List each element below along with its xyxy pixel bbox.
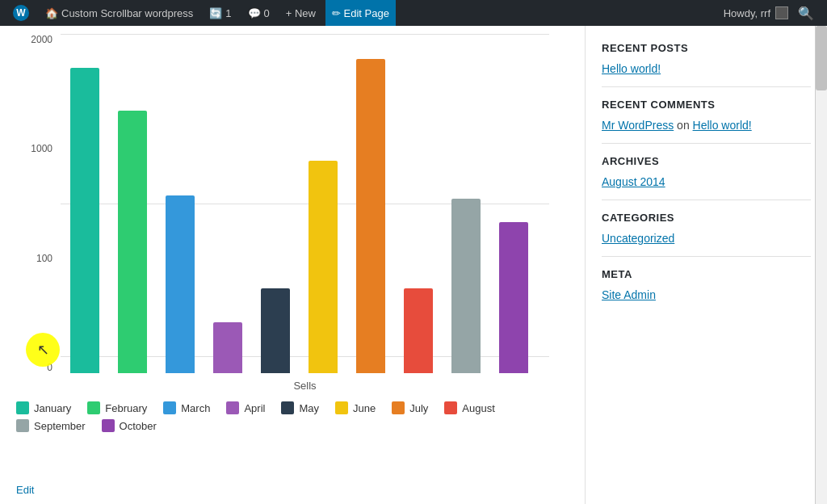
legend-label-may: May [299, 402, 319, 414]
bar-group-september [442, 34, 489, 373]
categories-title: CATEGORIES [602, 212, 811, 224]
divider-3 [602, 200, 811, 200]
bars-area [61, 34, 537, 373]
legend-label-june: June [353, 402, 376, 414]
legend-item-may: May [281, 401, 319, 414]
bar-group-february [108, 34, 156, 373]
bar-group-july [346, 34, 394, 373]
bar-august[interactable] [404, 288, 433, 373]
admin-bar: W 🏠 Custom Scrollbar wordpress 🔄 1 💬 0 +… [0, 0, 827, 26]
chart-legend: JanuaryFebruaryMarchAprilMayJuneJulyAugu… [16, 401, 549, 432]
comment-post-link[interactable]: Hello world! [693, 119, 752, 132]
legend-item-september: September [16, 419, 86, 432]
x-axis-label: Sells [61, 380, 549, 392]
legend-item-june: June [335, 401, 376, 414]
legend-color-october [102, 419, 115, 432]
bar-group-june [299, 34, 346, 373]
bar-group-may [251, 34, 299, 373]
legend-item-july: July [392, 401, 428, 414]
bar-june[interactable] [309, 161, 338, 373]
bar-group-march [156, 34, 204, 373]
chart-container: 2000 1000 100 0 Sells JanuaryFebruaryMar… [16, 34, 549, 432]
recent-comments-title: RECENT COMMENTS [602, 99, 811, 111]
scrollbar-track[interactable] [815, 26, 827, 504]
user-avatar [775, 6, 788, 19]
legend-label-february: February [105, 402, 147, 414]
legend-color-june [335, 401, 348, 414]
bar-january[interactable] [70, 68, 99, 373]
recent-posts-title: RECENT POSTS [602, 42, 811, 54]
bar-group-january [61, 34, 108, 373]
legend-label-april: April [244, 402, 265, 414]
bar-march[interactable] [166, 195, 195, 373]
bar-february[interactable] [118, 111, 147, 373]
scrollbar-thumb[interactable] [816, 26, 827, 90]
divider-2 [602, 143, 811, 144]
categories-link[interactable]: Uncategorized [602, 232, 811, 245]
bar-april[interactable] [213, 322, 242, 373]
legend-item-march: March [163, 401, 210, 414]
howdy-menu[interactable]: Howdy, rrf [724, 6, 788, 19]
comments-icon: 💬 [248, 7, 261, 19]
divider-1 [602, 86, 811, 87]
main-wrapper: ↖ 2000 1000 100 0 Sells [0, 26, 827, 504]
legend-item-august: August [444, 401, 494, 414]
bar-group-october [489, 34, 537, 373]
legend-color-april [226, 401, 239, 414]
comment-author-link[interactable]: Mr WordPress [602, 119, 674, 132]
recent-post-link[interactable]: Hello world! [602, 62, 811, 75]
legend-color-january [16, 401, 29, 414]
y-axis: 2000 1000 100 0 [16, 34, 52, 381]
archives-title: ARCHIVES [602, 155, 811, 167]
chart-area [61, 34, 549, 373]
legend-label-march: March [181, 402, 210, 414]
legend-color-july [392, 401, 405, 414]
divider-4 [602, 256, 811, 257]
new-content-button[interactable]: + New [279, 0, 322, 26]
home-icon: 🏠 [45, 7, 58, 19]
legend-color-august [444, 401, 457, 414]
y-label-1000: 1000 [16, 143, 52, 154]
bar-group-april [204, 34, 251, 373]
bar-may[interactable] [261, 288, 290, 373]
legend-color-february [87, 401, 100, 414]
legend-item-april: April [226, 401, 265, 414]
site-name-link[interactable]: 🏠 Custom Scrollbar wordpress [39, 0, 199, 26]
wp-logo-button[interactable]: W [6, 0, 36, 26]
bar-group-august [394, 34, 442, 373]
site-admin-link[interactable]: Site Admin [602, 288, 811, 301]
comments-link[interactable]: 💬 0 [241, 0, 276, 26]
wp-logo-icon: W [13, 5, 29, 21]
legend-label-january: January [34, 402, 71, 414]
archives-link[interactable]: August 2014 [602, 175, 811, 188]
y-label-100: 100 [16, 253, 52, 264]
bar-july[interactable] [356, 59, 385, 373]
legend-item-october: October [102, 419, 157, 432]
edit-page-button[interactable]: ✏ Edit Page [325, 0, 396, 26]
meta-title: META [602, 268, 811, 280]
content-area: ↖ 2000 1000 100 0 Sells [0, 26, 585, 504]
updates-link[interactable]: 🔄 1 [203, 0, 237, 26]
bar-october[interactable] [499, 222, 528, 373]
legend-color-march [163, 401, 176, 414]
y-label-0: 0 [16, 362, 52, 373]
legend-color-may [281, 401, 294, 414]
edit-link[interactable]: Edit [16, 484, 34, 496]
bar-september[interactable] [451, 199, 481, 373]
legend-color-september [16, 419, 29, 432]
admin-search-icon[interactable]: 🔍 [791, 6, 821, 21]
y-label-2000: 2000 [16, 34, 52, 45]
legend-label-september: September [34, 420, 86, 432]
legend-label-july: July [409, 402, 428, 414]
legend-label-august: August [462, 402, 494, 414]
comment-text: Mr WordPress on Hello world! [602, 119, 811, 132]
updates-icon: 🔄 [209, 7, 222, 19]
sidebar: RECENT POSTS Hello world! RECENT COMMENT… [585, 26, 827, 504]
legend-item-february: February [87, 401, 147, 414]
legend-item-january: January [16, 401, 71, 414]
legend-label-october: October [120, 420, 157, 432]
